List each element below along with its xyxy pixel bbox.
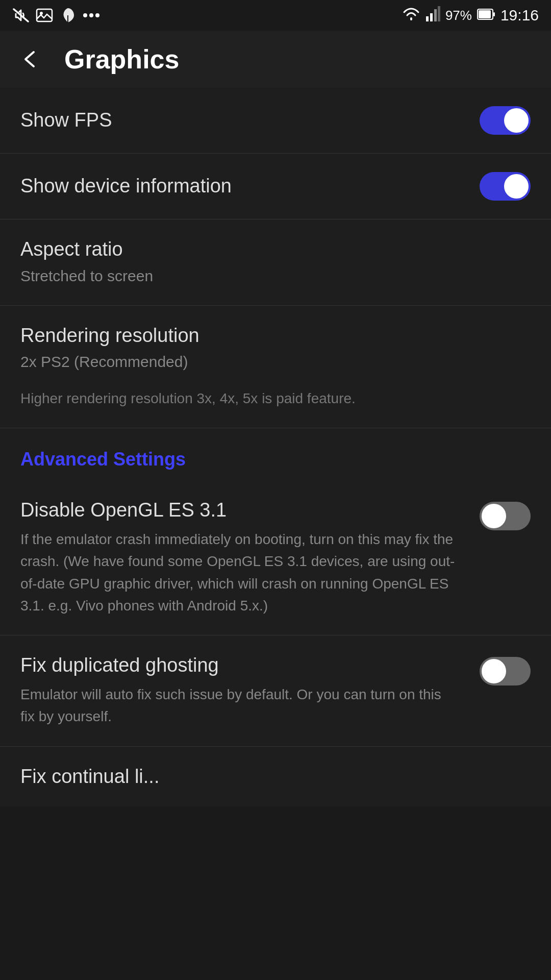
disable-opengl-toggle-knob [482,504,506,528]
rendering-note-text: Higher rendering resolution 3x, 4x, 5x i… [20,388,531,409]
disable-opengl-label: Disable OpenGL ES 3.1 [20,499,459,522]
disable-opengl-toggle[interactable] [480,502,531,530]
aspect-ratio-setting[interactable]: Aspect ratio Stretched to screen [0,219,551,306]
disable-opengl-toggle-container [480,499,531,530]
status-bar-right: 97% 19:16 [402,6,539,25]
fix-ghosting-label: Fix duplicated ghosting [20,654,459,677]
battery-percentage: 97% [445,8,472,23]
svg-rect-1 [37,9,52,21]
show-fps-toggle-knob [504,108,529,133]
svg-rect-9 [434,9,437,21]
fix-continual-label: Fix continual li... [20,765,531,789]
muted-icon [12,7,30,24]
aspect-ratio-value: Stretched to screen [20,265,531,287]
show-device-info-toggle-knob [504,174,529,199]
status-bar-left [12,7,100,24]
back-button[interactable] [15,45,44,74]
fix-ghosting-toggle[interactable] [480,657,531,685]
svg-point-2 [40,12,43,15]
show-device-info-label: Show device information [20,175,464,198]
fix-ghosting-toggle-knob [482,659,506,683]
fix-ghosting-description: Emulator will auto fix such issue by def… [20,683,459,728]
battery-icon [477,7,495,23]
show-fps-toggle[interactable] [480,106,531,135]
image-icon [36,7,53,24]
fix-ghosting-setting[interactable]: Fix duplicated ghosting Emulator will au… [0,635,551,746]
show-device-info-setting[interactable]: Show device information [0,154,551,219]
svg-rect-12 [479,10,491,18]
rendering-resolution-label: Rendering resolution [20,324,531,348]
fix-continual-setting[interactable]: Fix continual li... [0,747,551,807]
show-fps-setting[interactable]: Show FPS [0,88,551,154]
svg-rect-13 [493,12,495,16]
svg-point-6 [95,13,99,17]
fix-ghosting-toggle-container [480,654,531,685]
svg-point-4 [83,13,87,17]
fix-ghosting-text-group: Fix duplicated ghosting Emulator will au… [20,654,480,727]
show-fps-label-group: Show FPS [20,109,480,132]
show-fps-label: Show FPS [20,109,464,132]
rendering-note: Higher rendering resolution 3x, 4x, 5x i… [0,383,551,428]
page-title: Graphics [64,44,179,75]
advanced-settings-label[interactable]: Advanced Settings [20,449,531,470]
rendering-resolution-setting[interactable]: Rendering resolution 2x PS2 (Recommended… [0,306,551,383]
status-bar: 97% 19:16 [0,0,551,31]
toolbar: Graphics [0,31,551,88]
advanced-settings-header[interactable]: Advanced Settings [0,428,551,480]
rendering-resolution-section: Rendering resolution 2x PS2 (Recommended… [0,306,551,429]
svg-rect-7 [426,16,429,21]
aspect-ratio-label: Aspect ratio [20,238,531,261]
rendering-resolution-value: 2x PS2 (Recommended) [20,351,531,373]
leaf-icon [59,7,77,24]
disable-opengl-description: If the emulator crash immediately on boo… [20,528,459,617]
show-device-info-toggle[interactable] [480,172,531,201]
disable-opengl-setting[interactable]: Disable OpenGL ES 3.1 If the emulator cr… [0,480,551,635]
svg-rect-10 [438,6,440,21]
more-icon [83,7,100,24]
svg-point-5 [89,13,93,17]
signal-icon [426,6,440,25]
time-display: 19:16 [500,7,539,24]
settings-list: Show FPS Show device information Aspect … [0,88,551,806]
show-device-info-label-group: Show device information [20,175,480,198]
disable-opengl-text-group: Disable OpenGL ES 3.1 If the emulator cr… [20,499,480,617]
wifi-icon [402,6,421,25]
svg-rect-8 [430,13,433,21]
